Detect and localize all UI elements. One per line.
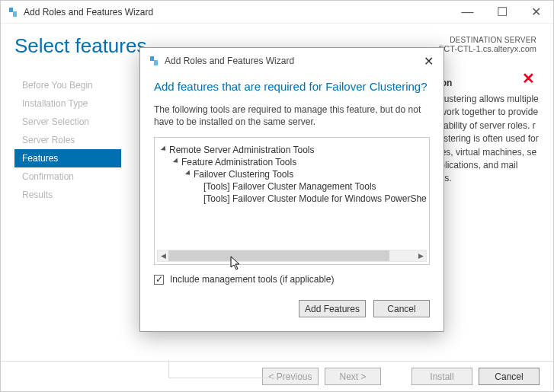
tree-label: Feature Administration Tools	[181, 157, 296, 167]
cancel-button[interactable]: Cancel	[479, 368, 540, 385]
description-body: r Clustering allows multiple to work tog…	[430, 93, 540, 186]
dialog-subtext: The following tools are required to mana…	[140, 97, 444, 132]
sidebar-item-server-roles[interactable]: Server Roles	[14, 131, 121, 149]
sidebar-item-features[interactable]: Features	[14, 149, 121, 167]
titlebar: Add Roles and Features Wizard — ☐ ✕	[1, 1, 553, 24]
tree-label: Failover Clustering Tools	[194, 169, 293, 180]
required-features-dialog: Add Roles and Features Wizard ✕ Add feat…	[139, 47, 444, 332]
caret-icon	[173, 158, 180, 165]
sidebar-item-installation-type[interactable]: Installation Type	[14, 94, 121, 113]
include-tools-checkbox[interactable]: ✓	[154, 275, 164, 285]
caret-icon	[185, 171, 192, 177]
sidebar-item-confirmation[interactable]: Confirmation	[14, 167, 121, 186]
sidebar-item-before-you-begin[interactable]: Before You Begin	[14, 76, 121, 94]
sidebar-item-results[interactable]: Results	[14, 186, 121, 204]
tree-node-feature-admin[interactable]: Feature Administration Tools	[159, 156, 424, 168]
dialog-close-button[interactable]: ✕	[418, 53, 439, 69]
tree-leaf-mgmt-tools[interactable]: [Tools] Failover Cluster Management Tool…	[159, 180, 424, 193]
required-features-tree: Remote Server Administration Tools Featu…	[154, 137, 430, 265]
window-title: Add Roles and Features Wizard	[24, 7, 450, 18]
add-features-button[interactable]: Add Features	[299, 300, 366, 317]
dialog-app-icon	[148, 55, 160, 67]
tree-node-rsat[interactable]: Remote Server Administration Tools	[159, 144, 424, 156]
dialog-title: Add Roles and Features Wizard	[165, 56, 418, 66]
horizontal-scrollbar[interactable]: ◀ ▶	[157, 250, 427, 262]
wizard-sidebar: Before You Begin Installation Type Serve…	[14, 75, 121, 341]
svg-rect-3	[154, 60, 158, 65]
svg-rect-2	[150, 56, 154, 61]
minimize-button[interactable]: —	[450, 1, 485, 24]
dialog-buttons: Add Features Cancel	[140, 289, 444, 331]
features-list-edge	[168, 360, 306, 378]
install-button[interactable]: Install	[411, 368, 472, 385]
page-title: Select features	[14, 34, 146, 58]
window-controls: — ☐ ✕	[450, 1, 553, 24]
next-button[interactable]: Next >	[325, 368, 381, 385]
include-tools-row: ✓ Include management tools (if applicabl…	[140, 266, 444, 289]
scroll-thumb[interactable]	[168, 250, 389, 261]
scroll-left-icon[interactable]: ◀	[158, 250, 168, 261]
close-button[interactable]: ✕	[519, 1, 553, 24]
sidebar-item-server-selection[interactable]: Server Selection	[14, 113, 121, 131]
tree-leaf-powershell-module[interactable]: [Tools] Failover Cluster Module for Wind…	[159, 193, 424, 205]
tree-node-failover-tools[interactable]: Failover Clustering Tools	[159, 168, 424, 180]
dialog-cancel-button[interactable]: Cancel	[373, 300, 430, 317]
destination-server-block: DESTINATION SERVER FCT-CTL-1.cs.alteryx.…	[439, 36, 536, 53]
svg-rect-1	[13, 11, 17, 17]
destination-value: FCT-CTL-1.cs.alteryx.com	[439, 44, 536, 53]
scroll-right-icon[interactable]: ▶	[415, 250, 426, 261]
app-icon	[7, 6, 19, 18]
maximize-button[interactable]: ☐	[485, 1, 519, 24]
destination-label: DESTINATION SERVER	[439, 36, 536, 44]
caret-icon	[161, 146, 168, 153]
dialog-heading: Add features that are required for Failo…	[140, 71, 444, 97]
svg-rect-0	[9, 8, 13, 12]
include-tools-label: Include management tools (if applicable)	[170, 274, 334, 285]
tree-label: Remote Server Administration Tools	[169, 145, 315, 155]
dialog-titlebar: Add Roles and Features Wizard ✕	[140, 48, 444, 71]
error-icon[interactable]: ✕	[522, 69, 535, 88]
